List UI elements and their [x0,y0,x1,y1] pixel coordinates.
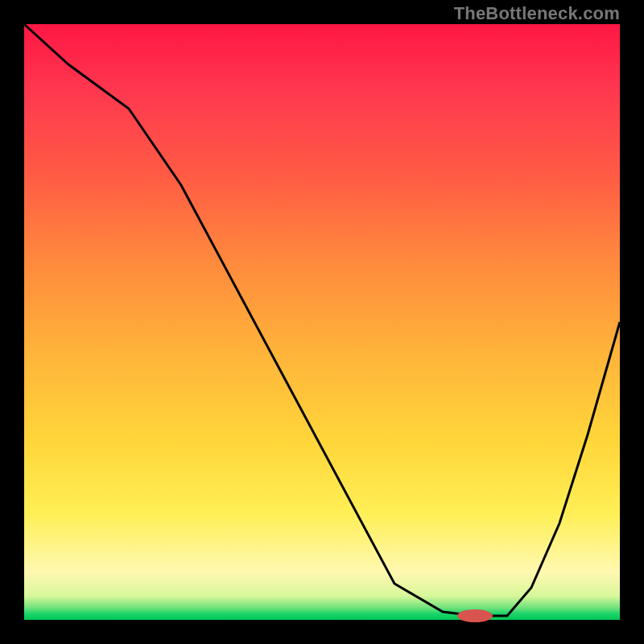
chart-frame: TheBottleneck.com [0,0,644,644]
bottleneck-curve [24,24,620,616]
watermark-label: TheBottleneck.com [454,3,620,24]
optimal-marker [457,609,493,622]
chart-svg [24,24,620,620]
